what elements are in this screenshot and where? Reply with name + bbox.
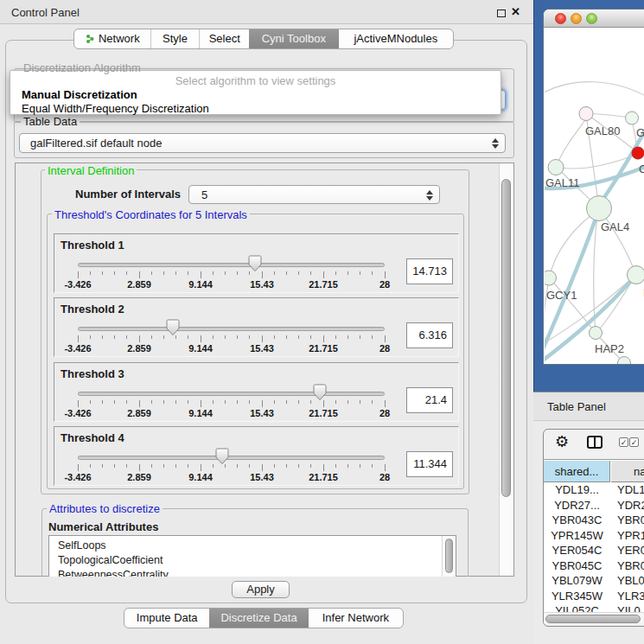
tab-infer-network[interactable]: Infer Network xyxy=(309,609,403,628)
table-row[interactable]: YBR045CYBR0 xyxy=(544,558,644,574)
tab-impute-data[interactable]: Impute Data xyxy=(124,609,209,628)
node-label: C xyxy=(639,163,644,175)
combo-stepper-icon xyxy=(491,137,498,150)
columns-icon[interactable] xyxy=(587,436,603,449)
tick-label: 2.859 xyxy=(127,408,151,418)
tick-label: 15.43 xyxy=(250,343,274,354)
slider-thumb[interactable] xyxy=(248,255,262,272)
dropdown-option-manual-discretization[interactable]: Manual Discretization xyxy=(22,88,137,101)
numerical-attributes-label: Numerical Attributes xyxy=(48,520,158,533)
float-panel-icon[interactable] xyxy=(497,10,506,17)
tab-cyni-toolbox[interactable]: Cyni Toolbox xyxy=(249,29,339,48)
thresholds-group-title: Threshold's Coordinates for 5 Intervals xyxy=(52,208,250,221)
slider-track[interactable] xyxy=(78,392,385,396)
node-label: GAL11 xyxy=(545,176,580,189)
dropdown-prompt: Select algorithm to view settings xyxy=(10,74,501,87)
threshold-panel-1: Threshold 1-3.4262.8599.14415.4321.71528… xyxy=(54,233,459,293)
tab-discretize-data[interactable]: Discretize Data xyxy=(209,609,308,628)
network-node[interactable] xyxy=(626,112,639,124)
minimize-window-icon[interactable] xyxy=(571,13,582,24)
threshold-value-field[interactable]: 6.316 xyxy=(406,322,453,348)
list-scrollbar-track[interactable] xyxy=(442,536,456,577)
number-of-intervals-label: Number of Intervals xyxy=(75,188,181,201)
tick-label: 2.859 xyxy=(127,279,151,290)
checkbox-icon[interactable]: ✓ xyxy=(619,437,628,447)
cell-name: YPR1 xyxy=(617,528,644,544)
threshold-value-field[interactable]: 14.713 xyxy=(406,258,453,284)
tab-network[interactable]: Network xyxy=(74,29,150,48)
slider-thumb[interactable] xyxy=(215,448,229,465)
column-header-name[interactable]: na xyxy=(611,461,644,482)
close-icon[interactable]: ✕ xyxy=(511,5,520,18)
network-node[interactable] xyxy=(579,107,593,121)
table-data-combobox-value: galFiltered.sif default node xyxy=(30,137,162,150)
column-header-shared-name[interactable]: shared... xyxy=(544,461,610,482)
table-row[interactable]: YDL19...YDL1 xyxy=(544,482,644,498)
network-window-titlebar[interactable] xyxy=(544,10,644,28)
tick-label: 2.859 xyxy=(127,343,151,354)
threshold-value-field[interactable]: 11.344 xyxy=(406,451,453,477)
tick-label: 28 xyxy=(379,408,390,418)
attribute-item[interactable]: TopologicalCoefficient xyxy=(58,553,163,568)
cell-name: YDL1 xyxy=(617,482,644,498)
scrollbar-thumb[interactable] xyxy=(501,179,511,497)
cell-shared-name: YPR145W xyxy=(544,528,610,544)
checkbox-icon[interactable]: ✓ xyxy=(629,437,639,447)
tick-label: 21.715 xyxy=(309,472,338,482)
threshold-panel-2: Threshold 2-3.4262.8599.14415.4321.71528… xyxy=(54,297,459,357)
node-label: GCY1 xyxy=(546,289,577,302)
top-tab-bar: NetworkStyleSelectCyni ToolboxjActiveMNo… xyxy=(73,29,454,49)
threshold-label: Threshold 2 xyxy=(61,303,124,316)
tab-select[interactable]: Select xyxy=(199,29,249,48)
numerical-attributes-list[interactable]: SelfLoopsTopologicalCoefficientBetweenne… xyxy=(48,535,456,577)
network-canvas[interactable]: GAL80GACGAL11GAL4GCY1HHAP2 xyxy=(545,28,644,364)
zoom-window-icon[interactable] xyxy=(586,13,597,24)
slider-track[interactable] xyxy=(78,327,385,331)
table-data-group-title: Table Data xyxy=(21,115,80,128)
network-icon xyxy=(85,34,95,44)
tick-label: -3.426 xyxy=(64,472,91,482)
table-hscrollbar-thumb[interactable] xyxy=(545,615,641,623)
network-node[interactable] xyxy=(590,327,603,340)
table-panel-container: ⚙ ✓ ✓ shared... na YDL19...YDL1YDR27...Y… xyxy=(543,429,644,627)
tick-label: 15.43 xyxy=(250,279,274,290)
close-window-icon[interactable] xyxy=(555,13,566,24)
node-label: GA xyxy=(636,126,644,139)
table-hscrollbar-track[interactable] xyxy=(544,612,644,623)
tick-label: -3.426 xyxy=(64,408,91,418)
table-row[interactable]: YDR27...YDR2 xyxy=(544,498,644,513)
slider-thumb[interactable] xyxy=(166,319,180,336)
table-row[interactable]: YBL079WYBL0 xyxy=(544,573,644,589)
table-row[interactable]: YPR145WYPR1 xyxy=(544,528,644,544)
table-row[interactable]: YLR345WYLR3 xyxy=(544,589,644,604)
network-window: GAL80GACGAL11GAL4GCY1HHAP2 xyxy=(543,9,644,365)
table-data-combobox[interactable]: galFiltered.sif default node xyxy=(19,133,506,153)
table-row[interactable]: YBR043CYBR0 xyxy=(544,513,644,528)
number-of-intervals-combobox[interactable]: 5 xyxy=(188,185,440,204)
tab-style[interactable]: Style xyxy=(150,29,200,48)
table-row[interactable]: YER054CYER0 xyxy=(544,543,644,558)
tab-jactivemnodules[interactable]: jActiveMNodules xyxy=(339,29,453,48)
cell-shared-name: YDR27... xyxy=(544,498,610,513)
slider-track[interactable] xyxy=(78,456,385,460)
slider-thumb[interactable] xyxy=(313,384,327,401)
network-node[interactable] xyxy=(548,160,564,175)
table-panel-area: ⚙ ✓ ✓ shared... na YDL19...YDL1YDR27...Y… xyxy=(533,422,644,644)
cell-name: YDR2 xyxy=(617,498,644,513)
cell-shared-name: YDL19... xyxy=(544,482,610,498)
network-node[interactable] xyxy=(545,271,557,285)
list-scrollbar-thumb[interactable] xyxy=(445,539,453,573)
attribute-item[interactable]: BetweennessCentrality xyxy=(58,568,169,577)
network-node[interactable] xyxy=(587,196,612,221)
tick-label: 21.715 xyxy=(309,343,338,354)
gear-icon[interactable]: ⚙ xyxy=(555,432,569,451)
apply-button[interactable]: Apply xyxy=(232,581,290,598)
slider-track[interactable] xyxy=(78,263,385,267)
cell-shared-name: YBR043C xyxy=(544,513,610,528)
attribute-item[interactable]: SelfLoops xyxy=(58,539,106,553)
network-node[interactable] xyxy=(628,266,644,284)
network-node[interactable] xyxy=(632,147,644,159)
dropdown-option-equal-width[interactable]: Equal Width/Frequency Discretization xyxy=(22,102,209,115)
tick-label: -3.426 xyxy=(64,343,91,354)
threshold-value-field[interactable]: 21.4 xyxy=(406,387,453,413)
